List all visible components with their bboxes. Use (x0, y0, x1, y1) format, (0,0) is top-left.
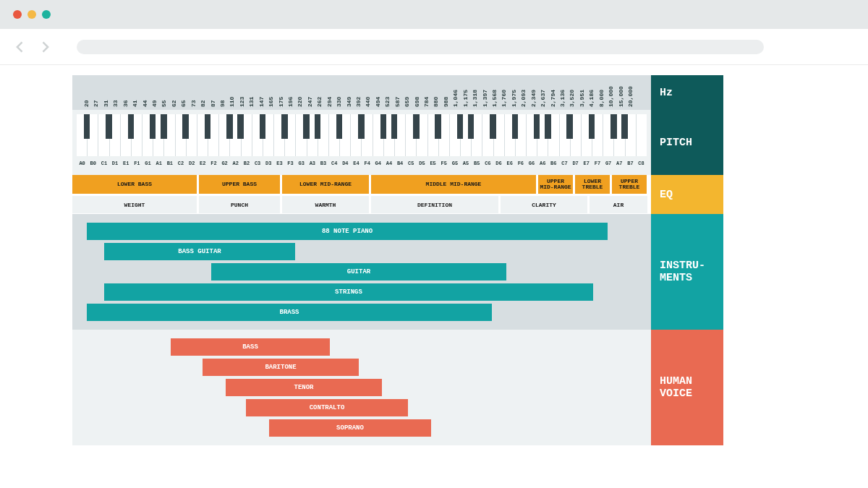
hz-tick: 349 (346, 97, 352, 107)
black-key (161, 114, 167, 139)
instrument-range-bar: BRASS (87, 304, 492, 321)
note-label: C8 (636, 160, 647, 166)
note-label: D6 (493, 160, 504, 166)
eq-range: LOWER MID-RANGE (282, 175, 369, 194)
forward-icon[interactable] (38, 40, 52, 54)
back-icon[interactable] (13, 40, 27, 54)
white-key (582, 114, 592, 156)
hz-tick: 2,093 (520, 90, 527, 107)
hz-tick: 3,951 (579, 90, 585, 107)
black-key (490, 114, 496, 139)
note-label: C4 (329, 160, 340, 166)
note-label: A1 (153, 160, 164, 166)
white-key (482, 114, 493, 156)
black-key (303, 114, 310, 139)
note-label: E7 (581, 160, 592, 166)
instrument-range-bar: GUITAR (211, 263, 506, 281)
eq-label: EQ (651, 175, 723, 214)
instrument-range-bar: 88 NOTE PIANO (87, 223, 608, 240)
black-key (457, 114, 464, 139)
hz-tick: 147 (258, 97, 265, 107)
note-label: D1 (109, 160, 120, 166)
eq-qualities: WEIGHTPUNCHWARMTHDEFINITIONCLARITYAIR (72, 196, 651, 213)
note-label: A4 (383, 160, 394, 166)
note-label: D7 (570, 160, 581, 166)
voice-range-bar: SOPRANO (269, 419, 431, 437)
hz-tick: 87 (210, 100, 216, 107)
close-window-icon[interactable] (13, 10, 22, 19)
voice-body: BASSBARITONETENORCONTRALTOSOPRANO (72, 330, 651, 445)
white-key (121, 114, 132, 156)
note-label: F1 (132, 160, 142, 166)
white-key (98, 114, 109, 156)
url-bar[interactable] (77, 40, 764, 54)
frequency-chart: 2027313336414449556265738287981101231311… (72, 75, 796, 445)
note-label: D3 (263, 160, 274, 166)
voice-range-bar: BASS (171, 338, 330, 356)
hz-tick: 196 (287, 97, 294, 107)
hz-tick: 27 (93, 100, 99, 107)
black-key (589, 114, 595, 139)
eq-range: UPPER TREBLE (612, 175, 647, 194)
hz-tick: 247 (307, 97, 313, 107)
black-key (315, 114, 321, 139)
note-label: F5 (438, 160, 449, 166)
eq-range: LOWER BASS (72, 175, 197, 194)
white-key (197, 114, 208, 156)
eq-range: MIDDLE MID-RANGE (371, 175, 536, 194)
white-key (428, 114, 439, 156)
white-key (329, 114, 340, 156)
white-key (77, 114, 88, 156)
instrument-range-bar: STRINGS (104, 283, 593, 301)
eq-quality: DEFINITION (371, 196, 498, 213)
black-key (150, 114, 156, 139)
note-label: G3 (296, 160, 307, 166)
black-key (281, 114, 288, 139)
eq-quality: CLARITY (501, 196, 587, 213)
note-label: A3 (307, 160, 318, 166)
white-key (351, 114, 362, 156)
black-key (106, 114, 112, 139)
instrument-range-bar: BASS GUITAR (104, 243, 295, 260)
white-key (637, 114, 647, 156)
hz-tick: 1,568 (491, 90, 498, 107)
black-key (336, 114, 343, 139)
black-key (545, 114, 551, 139)
white-key (527, 114, 537, 156)
maximize-window-icon[interactable] (42, 10, 51, 19)
minimize-window-icon[interactable] (27, 10, 36, 19)
voice-range-bar: TENOR (226, 379, 382, 396)
note-label: G5 (449, 160, 460, 166)
black-key (226, 114, 233, 139)
white-key (406, 114, 417, 156)
instruments-row: 88 NOTE PIANOBASS GUITARGUITARSTRINGSBRA… (72, 214, 796, 330)
voice-range-bar: CONTRALTO (246, 399, 408, 416)
eq-quality: PUNCH (199, 196, 280, 213)
hz-label: Hz (651, 75, 723, 110)
hz-tick: 15,000 (618, 86, 624, 107)
hz-tick: 73 (190, 100, 197, 107)
note-label: G1 (142, 160, 153, 166)
hz-tick: 2,637 (540, 90, 546, 107)
instruments-body: 88 NOTE PIANOBASS GUITARGUITARSTRINGSBRA… (72, 214, 651, 330)
note-label: E2 (197, 160, 208, 166)
hz-tick: 36 (122, 100, 129, 107)
note-label: G4 (373, 160, 383, 166)
black-key (205, 114, 211, 139)
browser-titlebar (0, 0, 868, 29)
white-key (373, 114, 384, 156)
note-label: F4 (362, 160, 373, 166)
hz-tick: 20 (83, 100, 90, 107)
note-label: A5 (460, 160, 471, 166)
note-label: B0 (88, 160, 98, 166)
hz-scale: 2027313336414449556265738287981101231311… (72, 75, 651, 110)
eq-quality: AIR (590, 196, 647, 213)
black-key (237, 114, 244, 139)
hz-tick: 20,000 (627, 86, 634, 107)
hz-tick: 33 (112, 100, 119, 107)
hz-tick: 440 (365, 97, 371, 107)
black-key (391, 114, 398, 139)
note-label: B4 (395, 160, 406, 166)
note-label: C3 (252, 160, 263, 166)
white-key (505, 114, 516, 156)
